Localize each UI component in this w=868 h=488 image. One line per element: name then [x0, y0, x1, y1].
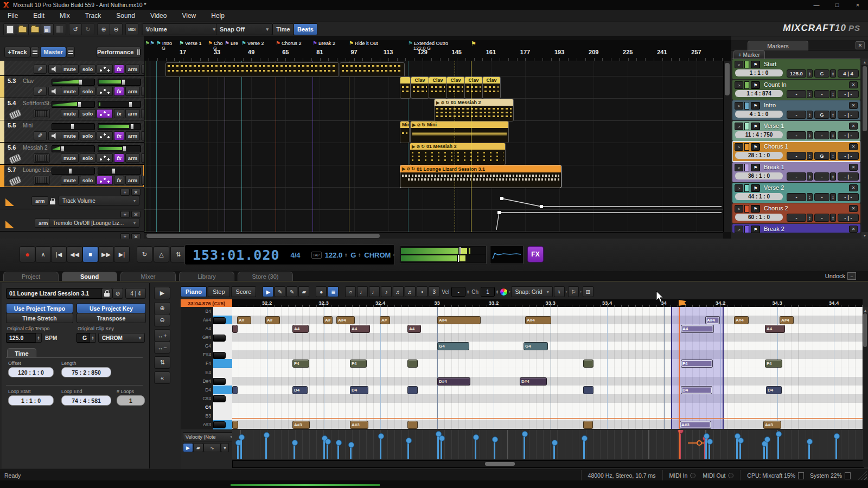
menu-view[interactable]: View [174, 10, 203, 22]
midi-note-as[interactable]: A# [323, 316, 333, 324]
save-icon[interactable] [41, 23, 54, 35]
marker-tempo[interactable]: - [787, 193, 806, 201]
midi-note-as4[interactable]: A#4 [336, 316, 355, 324]
midi-note-as4[interactable]: A#4 [525, 316, 551, 324]
piano-key-ds4[interactable]: D#4 [181, 377, 232, 386]
velocity-handle[interactable] [807, 439, 813, 445]
marker-row-count-in[interactable]: >⚑Count In✕1 : 4 : 874-▲▼-▲▼- | - [732, 80, 860, 100]
track-list-icon[interactable] [30, 47, 39, 57]
velocity-stem[interactable] [437, 433, 439, 459]
marker-color-chip[interactable] [744, 61, 749, 68]
menu-edit[interactable]: Edit [25, 10, 52, 22]
performance-button[interactable]: Performance [97, 47, 141, 57]
monitor-button[interactable] [48, 65, 61, 74]
marker-row-break-2[interactable]: >⚑Break 2✕ [732, 224, 860, 233]
paint-tool-icon[interactable]: ✎ [286, 286, 297, 297]
midi-note-a4[interactable]: A4 [350, 325, 370, 333]
velocity-handle[interactable] [776, 431, 782, 437]
expand-icon[interactable]: > [735, 81, 743, 89]
midi-note-as4[interactable]: A#4 [437, 316, 481, 324]
mute-button[interactable]: mute [61, 65, 79, 74]
velocity-lane[interactable] [232, 430, 863, 459]
fx-button[interactable]: fx [114, 87, 124, 96]
tempo-spinner[interactable]: ▲▼ [807, 152, 813, 160]
key-spinner[interactable]: ▲▼ [830, 193, 836, 201]
markers-tab[interactable]: Markers [748, 41, 808, 50]
metronome-button[interactable]: △ [154, 246, 169, 262]
solo-button[interactable]: solo [80, 131, 96, 140]
velocity-stem[interactable] [524, 433, 525, 459]
snap-select[interactable]: Snap: Grid▾ [511, 286, 552, 297]
select-tool-icon[interactable]: ▶ [263, 286, 273, 297]
marker-timesig[interactable]: - | - [838, 214, 859, 222]
midi-note[interactable] [583, 359, 593, 368]
black-key[interactable] [213, 421, 226, 428]
track-row-5.3[interactable]: 5.3Clav✎mutesolofxarm▾ [0, 76, 144, 98]
midi-note-as[interactable]: A# [380, 316, 390, 324]
tempo-spinner[interactable]: ▲▼ [807, 90, 813, 98]
note-head-icon[interactable]: ● [316, 286, 327, 297]
menu-file[interactable]: File [0, 10, 25, 22]
expand-icon[interactable]: > [735, 164, 743, 171]
key-surface[interactable] [213, 420, 232, 429]
midi-note[interactable] [407, 386, 418, 394]
midi-icon[interactable]: MIDI [125, 23, 138, 35]
marker-tempo[interactable]: - [787, 152, 806, 160]
marker-timesig[interactable]: - | - [838, 90, 859, 98]
mute-button[interactable]: mute [61, 109, 79, 118]
marker-color-chip[interactable] [744, 164, 749, 171]
velocity-handle[interactable] [492, 436, 498, 442]
expand-icon[interactable]: > [735, 205, 743, 213]
solo-button[interactable]: solo [80, 176, 96, 185]
menu-mix[interactable]: Mix [52, 10, 78, 22]
key-surface[interactable] [213, 403, 232, 412]
expand-icon[interactable]: > [735, 184, 743, 192]
marker-delete-icon[interactable]: ✕ [849, 123, 858, 130]
solo-button[interactable]: solo [80, 87, 96, 96]
tempo-spinner[interactable]: ▲▼ [807, 69, 813, 78]
midi-note-as[interactable]: A# [237, 316, 251, 324]
piano-keys[interactable]: B4A#4A4G#4G4F#4F4E4D#4D4C#4C4B3A#3 [181, 307, 232, 429]
tab-library[interactable]: Library [179, 272, 234, 281]
open-folder-icon[interactable] [16, 23, 29, 35]
marker-color-chip[interactable] [744, 184, 749, 192]
zoom-out-button[interactable]: ⊖ [154, 314, 170, 326]
marker-position[interactable]: 1 : 4 : 874 [735, 90, 783, 97]
key-surface[interactable] [213, 394, 232, 403]
master-fx-button[interactable]: FX [527, 246, 544, 262]
pianoroll-playhead-flag[interactable] [679, 300, 686, 306]
volume-slider[interactable] [98, 123, 141, 130]
chevron-down-icon[interactable]: ▾ [509, 291, 510, 293]
tempo-spinner[interactable]: ▲▼ [807, 131, 813, 139]
velocity-handle[interactable] [473, 434, 479, 440]
solo-button[interactable]: solo [80, 109, 96, 118]
midi-note[interactable] [407, 421, 418, 429]
time-signature[interactable]: 4/4 [291, 251, 301, 259]
velocity-handle[interactable] [378, 433, 384, 439]
marker-flag-ride-it-out[interactable]: ⚑Ride it Out [349, 40, 378, 46]
marker-flag-chorus-2[interactable]: ⚑Chorus 2 [276, 40, 302, 46]
velocity-handle[interactable] [292, 440, 298, 446]
master-eq-curve[interactable] [490, 246, 524, 264]
fx-button[interactable]: fx [114, 153, 124, 163]
key-surface[interactable] [213, 412, 232, 421]
lane-arm-button[interactable]: arm [31, 196, 48, 206]
remove-lane-button[interactable]: ✕ [131, 189, 141, 196]
undo-icon[interactable]: ↺ [69, 23, 82, 35]
beats-mode-button[interactable]: Beats [293, 23, 317, 35]
lane-lock-icon[interactable] [50, 201, 55, 204]
record-button[interactable]: ● [20, 246, 35, 262]
midi-note-d4[interactable]: D4 [292, 386, 308, 394]
mute-button[interactable]: mute [61, 176, 79, 185]
marker-color-chip[interactable] [744, 102, 749, 110]
velocity-select-tool-icon[interactable]: ▶ [183, 443, 193, 452]
midi-editor-button[interactable] [34, 109, 50, 118]
midi-note-as[interactable]: A# [265, 316, 280, 324]
marker-row-chorus-2[interactable]: >⚑Chorus 2✕60 : 1 : 0-▲▼-▲▼- | - [732, 203, 860, 223]
midi-note-ds4[interactable]: D#4 [437, 377, 470, 386]
time-tab[interactable]: Time [7, 348, 36, 358]
midi-note-as4[interactable]: A#4 [734, 316, 749, 324]
eraser-tool-icon[interactable]: ▰ [298, 286, 309, 297]
piano-key-gs4[interactable]: G#4 [181, 333, 232, 342]
loop-button[interactable]: ↻ [137, 246, 152, 262]
